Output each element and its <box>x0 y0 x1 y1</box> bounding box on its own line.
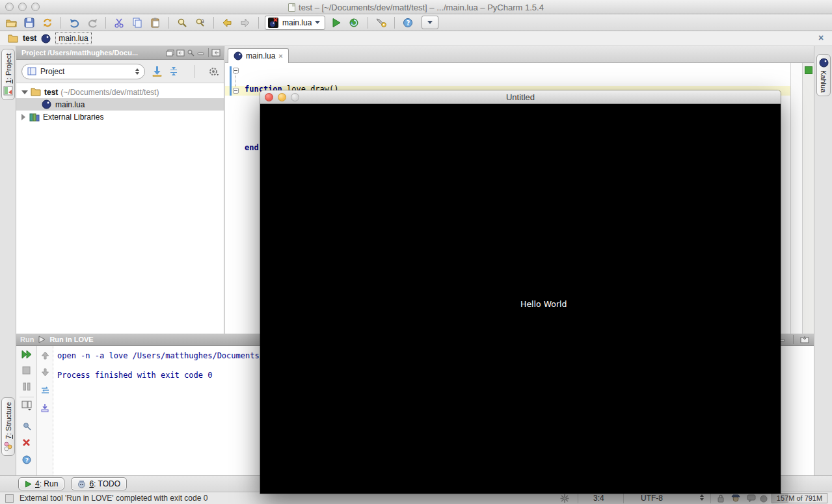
run-configuration-select[interactable]: main.lua <box>265 16 325 30</box>
redo-icon[interactable] <box>85 16 100 30</box>
project-panel: Project /Users/matthughes/Docu... Projec… <box>16 46 224 334</box>
pin-tab-icon[interactable] <box>16 421 36 431</box>
hector-gear-icon[interactable] <box>559 494 570 504</box>
zoom-window-button <box>291 93 299 101</box>
project-toolwindow-icon <box>3 86 13 96</box>
fold-marker-icon[interactable] <box>233 68 239 73</box>
help-icon[interactable]: ? <box>16 455 36 464</box>
project-view-select[interactable]: Project <box>21 64 145 79</box>
close-tab-icon[interactable]: × <box>278 52 282 60</box>
expand-all-icon[interactable] <box>152 67 162 76</box>
close-icon[interactable]: × <box>816 34 825 43</box>
run-console[interactable]: open -n -a love /Users/matthughes/Docume… <box>57 346 95 382</box>
tree-row-root[interactable]: test (~/Documents/dev/matt/test) <box>16 86 224 98</box>
scroll-to-end-icon[interactable] <box>37 403 53 412</box>
left-tool-stripe: 1: Project 7: Structure <box>0 46 16 475</box>
hector-inspector-icon[interactable] <box>731 494 740 504</box>
main-toolbar: a main.lua ? <box>0 14 832 31</box>
debug-icon[interactable] <box>347 16 362 30</box>
tree-row-external-libraries[interactable]: External Libraries <box>16 111 224 123</box>
tool-tab-project[interactable]: 1: Project <box>1 49 15 100</box>
tool-tab-structure[interactable]: 7: Structure <box>1 397 15 456</box>
notification-bubble-icon[interactable] <box>747 494 756 504</box>
tree-row-mainlua[interactable]: main.lua <box>16 98 224 111</box>
pause-icon[interactable] <box>16 382 36 391</box>
synchronize-icon[interactable] <box>40 16 55 30</box>
save-icon[interactable] <box>22 16 36 30</box>
float-mode-icon[interactable] <box>165 48 175 57</box>
console-toolbar <box>37 346 53 475</box>
find-icon[interactable] <box>175 16 189 30</box>
tree-file-name: main.lua <box>55 100 85 109</box>
svg-text:?: ? <box>25 457 28 464</box>
prev-occurrence-icon[interactable] <box>37 351 53 360</box>
encoding-spinner-icon[interactable] <box>700 494 704 501</box>
background-tasks-icon[interactable] <box>5 494 14 503</box>
collapse-all-icon[interactable] <box>168 67 179 76</box>
pin-icon[interactable] <box>185 48 196 57</box>
error-stripe-ok-mark[interactable] <box>805 66 812 74</box>
help-icon[interactable]: ? <box>401 16 415 30</box>
soft-wrap-icon[interactable] <box>37 386 53 395</box>
copy-icon[interactable] <box>130 16 144 30</box>
project-panel-header[interactable]: Project /Users/matthughes/Docu... <box>16 46 224 60</box>
lock-icon[interactable] <box>717 494 725 504</box>
structure-toolwindow-icon <box>3 442 13 451</box>
editor-scrollbar[interactable] <box>790 63 802 334</box>
hide-panel-icon[interactable] <box>211 48 221 57</box>
close-window-button[interactable] <box>265 93 273 101</box>
forward-icon[interactable] <box>238 16 252 30</box>
rerun-icon[interactable] <box>16 350 36 359</box>
project-view-label: Project <box>40 67 64 76</box>
cursor-position[interactable]: 3:4 <box>593 494 604 503</box>
editor-tab-title: main.lua <box>246 51 275 60</box>
memory-text: 157M of 791M <box>772 494 827 503</box>
close-panel-icon[interactable] <box>16 438 36 447</box>
settings-icon[interactable] <box>374 16 388 30</box>
run-icon[interactable] <box>329 16 343 30</box>
run-icon <box>25 481 32 488</box>
memory-indicator[interactable]: 157M of 791M <box>772 493 827 503</box>
toolbar-separator <box>394 17 395 29</box>
toolbar-separator <box>213 17 214 29</box>
expand-arrow-icon[interactable] <box>21 114 25 120</box>
inspection-status-icon[interactable] <box>760 495 768 504</box>
toolbar-separator <box>20 397 34 397</box>
run-panel-title: Run in LOVE <box>49 336 93 343</box>
tool-tab-project-label: 1: Project <box>5 53 12 83</box>
love-window-titlebar[interactable]: Untitled <box>260 90 781 104</box>
next-occurrence-icon[interactable] <box>37 368 53 377</box>
open-icon[interactable] <box>4 16 18 30</box>
tool-tab-kahlua[interactable]: Kahlua <box>816 54 831 96</box>
love-window-canvas[interactable]: Hello World <box>260 104 781 494</box>
dock-left-icon[interactable] <box>175 48 185 57</box>
editor-tabbar: main.lua × <box>225 46 814 63</box>
combo-spinner-icon <box>135 68 139 75</box>
svg-text:?: ? <box>407 20 410 27</box>
status-message: External tool 'Run in LOVE' completed wi… <box>20 494 208 503</box>
file-encoding[interactable]: UTF-8 <box>641 494 663 503</box>
love-traffic-lights <box>265 93 299 101</box>
restore-layout-icon[interactable] <box>16 401 36 410</box>
undo-icon[interactable] <box>67 16 81 30</box>
editor-tab-mainlua[interactable]: main.lua × <box>228 48 289 63</box>
minimize-panel-icon[interactable] <box>196 48 206 57</box>
run-toolwindow-button[interactable]: 4: Run <box>18 477 64 490</box>
replace-icon[interactable]: a <box>193 16 208 30</box>
breadcrumb-project[interactable]: test <box>23 34 36 43</box>
fold-marker-icon[interactable] <box>233 88 239 94</box>
back-icon[interactable] <box>220 16 234 30</box>
minimize-window-button[interactable] <box>278 93 286 101</box>
cut-icon[interactable] <box>112 16 126 30</box>
collapse-arrow-icon[interactable] <box>21 90 28 94</box>
dock-icon[interactable] <box>799 335 810 344</box>
todo-toolwindow-button[interactable]: 6: TODO <box>71 477 127 490</box>
run-config-label: main.lua <box>282 18 312 27</box>
love-game-window[interactable]: Untitled Hello World <box>260 90 781 494</box>
toolbar-more-dropdown[interactable] <box>422 16 438 29</box>
paste-icon[interactable] <box>148 16 163 30</box>
breadcrumb-file[interactable]: main.lua <box>55 33 91 44</box>
folder-icon <box>31 88 41 96</box>
gear-icon[interactable] <box>208 67 219 76</box>
stop-icon[interactable] <box>16 366 36 375</box>
